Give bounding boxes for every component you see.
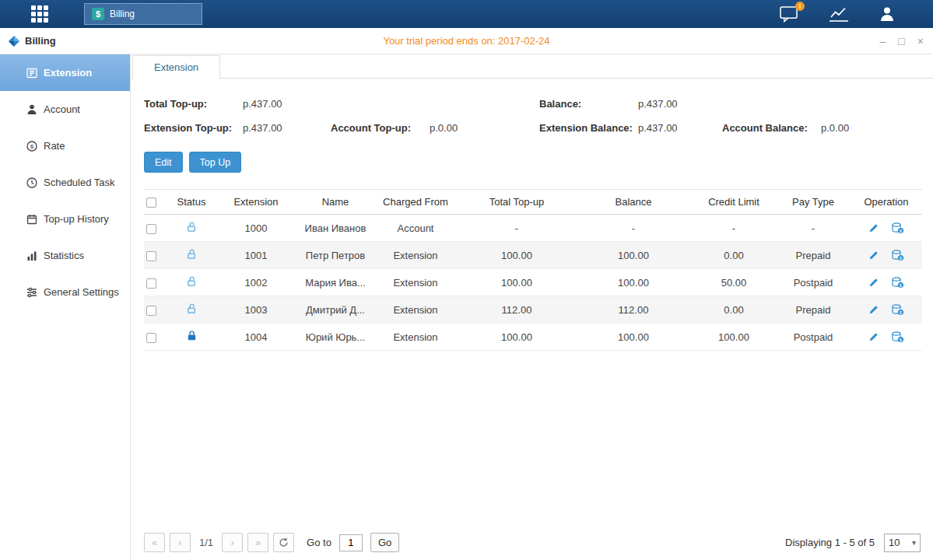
sidebar-item-general-settings[interactable]: General Settings: [0, 274, 130, 310]
calendar-icon: [26, 213, 38, 226]
billing-logo-icon: [8, 35, 20, 47]
credit-limit-cell: 0.00: [692, 304, 776, 316]
sidebar-item-label: Top-up History: [44, 213, 109, 225]
name-cell: Иван Иванов: [298, 222, 373, 234]
column-header-charged-from: Charged From: [373, 196, 458, 208]
topup-icon[interactable]: $: [891, 303, 904, 316]
topup-icon[interactable]: $: [891, 331, 904, 343]
next-page-button[interactable]: ›: [222, 533, 243, 552]
column-header-credit-limit: Credit Limit: [692, 196, 776, 208]
page-size-select[interactable]: 10 ▾: [884, 534, 921, 552]
edit-icon[interactable]: [868, 304, 879, 315]
sidebar-item-statistics[interactable]: Statistics: [0, 237, 130, 274]
app-grid-icon[interactable]: [31, 5, 48, 23]
prev-page-button[interactable]: ‹: [170, 533, 191, 552]
pay-type-cell: Postpaid: [776, 277, 851, 289]
lock-status-icon[interactable]: [186, 303, 198, 314]
minimize-button[interactable]: –: [880, 36, 886, 47]
top-navigation-bar: $ Billing !: [0, 0, 933, 28]
sidebar-item-rate[interactable]: $ Rate: [0, 128, 130, 164]
extension-cell: 1002: [214, 277, 298, 289]
lock-status-icon[interactable]: [186, 221, 198, 233]
user-account-button[interactable]: [879, 5, 896, 23]
sidebar-item-scheduled-task[interactable]: Scheduled Task: [0, 164, 130, 201]
window-controls: – □ ×: [880, 36, 924, 47]
sidebar-item-label: General Settings: [44, 286, 119, 298]
edit-icon[interactable]: [868, 250, 879, 261]
charged-from-cell: Extension: [373, 250, 458, 261]
maximize-button[interactable]: □: [898, 36, 904, 47]
credit-limit-cell: 0.00: [692, 250, 776, 261]
trial-notice: Your trial period ends on: 2017-02-24: [0, 35, 933, 47]
page-indicator: 1/1: [199, 537, 213, 548]
sidebar-item-extension[interactable]: Extension: [0, 54, 130, 91]
total-topup-cell: 100.00: [458, 250, 575, 261]
main-content: Extension Total Top-up: p.437.00 Balance…: [131, 54, 933, 560]
sidebar-item-label: Statistics: [44, 250, 84, 261]
lock-status-icon[interactable]: [186, 248, 198, 260]
extension-topup-label: Extension Top-up:: [144, 122, 243, 134]
select-all-checkbox[interactable]: [146, 198, 156, 208]
goto-page-input[interactable]: [339, 534, 363, 551]
go-button[interactable]: Go: [370, 533, 399, 552]
edit-button[interactable]: Edit: [144, 152, 183, 173]
close-button[interactable]: ×: [917, 36, 924, 47]
balance-summary: Total Top-up: p.437.00 Balance: p.437.00…: [144, 92, 933, 140]
balance-cell: 100.00: [575, 277, 692, 289]
total-topup-label: Total Top-up:: [144, 98, 243, 110]
column-header-status: Status: [169, 196, 214, 208]
total-topup-cell: 100.00: [458, 331, 575, 343]
bar-chart-icon: [26, 250, 38, 262]
topup-icon[interactable]: $: [891, 222, 904, 234]
extension-cell: 1004: [214, 331, 298, 343]
row-checkbox[interactable]: [146, 333, 156, 343]
pay-type-cell: Prepaid: [776, 250, 851, 261]
row-checkbox[interactable]: [146, 306, 156, 316]
account-topup-value: p.0.00: [430, 122, 458, 134]
sidebar-item-label: Rate: [44, 140, 65, 152]
refresh-button[interactable]: [273, 533, 294, 552]
chevron-down-icon: ▾: [912, 538, 916, 547]
sidebar-item-label: Account: [44, 103, 80, 115]
topup-icon[interactable]: $: [891, 276, 904, 289]
statistics-topbar-button[interactable]: [829, 6, 849, 22]
row-checkbox[interactable]: [146, 251, 156, 261]
extension-table: Status Extension Name Charged From Total…: [144, 189, 922, 351]
row-checkbox[interactable]: [146, 224, 156, 234]
table-row: 1003 Дмитрий Д... Extension 112.00 112.0…: [144, 296, 922, 324]
pay-type-cell: -: [776, 222, 851, 234]
edit-icon[interactable]: [868, 222, 879, 233]
charged-from-cell: Account: [373, 222, 458, 234]
balance-cell: -: [575, 222, 692, 234]
balance-cell: 112.00: [575, 304, 692, 316]
table-row: 1001 Петр Петров Extension 100.00 100.00…: [144, 242, 922, 269]
topbar-actions: !: [780, 5, 896, 23]
billing-tab-label: Billing: [110, 9, 135, 19]
lock-status-icon[interactable]: [186, 275, 198, 287]
notifications-button[interactable]: !: [780, 6, 799, 23]
total-topup-cell: 112.00: [458, 304, 575, 316]
extension-cell: 1001: [214, 250, 298, 261]
edit-icon[interactable]: [868, 277, 879, 288]
table-body: 1000 Иван Иванов Account - - - - $: [144, 215, 922, 351]
tab-extension[interactable]: Extension: [132, 55, 220, 79]
first-page-button[interactable]: «: [144, 533, 165, 552]
sidebar-item-account[interactable]: Account: [0, 91, 130, 128]
top-up-button[interactable]: Top Up: [189, 152, 242, 173]
edit-icon[interactable]: [868, 331, 879, 342]
window-title: Billing: [25, 35, 56, 47]
name-cell: Мария Ива...: [298, 277, 373, 289]
credit-limit-cell: 100.00: [692, 331, 776, 343]
tab-bar: Extension: [131, 54, 933, 79]
lock-status-icon[interactable]: [186, 330, 198, 341]
account-balance-label: Account Balance:: [722, 122, 821, 134]
billing-app-tab[interactable]: $ Billing: [84, 3, 202, 25]
table-row: 1000 Иван Иванов Account - - - - $: [144, 215, 922, 242]
credit-limit-cell: 50.00: [692, 277, 776, 289]
charged-from-cell: Extension: [373, 304, 458, 316]
name-cell: Дмитрий Д...: [298, 304, 373, 316]
row-checkbox[interactable]: [146, 278, 156, 289]
last-page-button[interactable]: »: [247, 533, 268, 552]
sidebar-item-topup-history[interactable]: Top-up History: [0, 201, 130, 237]
topup-icon[interactable]: $: [891, 249, 904, 261]
